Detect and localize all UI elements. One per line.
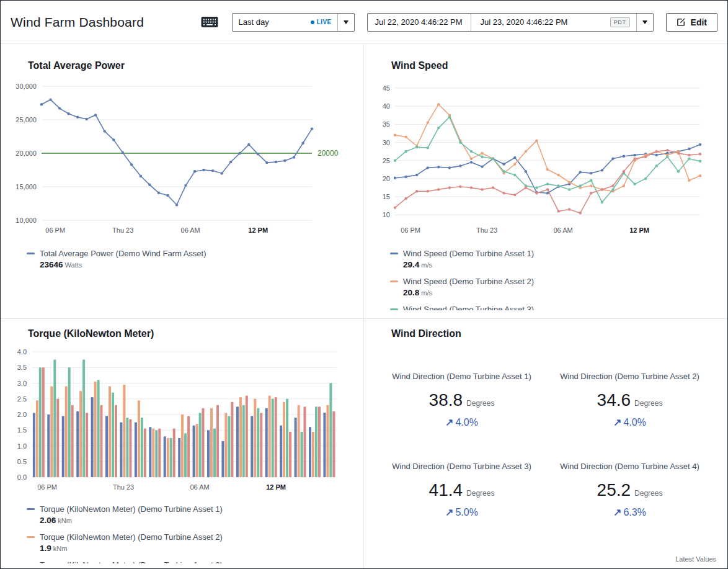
panel-total-average-power: Total Average Power 10,00015,00020,00025…	[1, 44, 364, 319]
widget-title: Wind Direction	[391, 328, 715, 339]
svg-text:40: 40	[383, 102, 390, 110]
svg-text:10,000: 10,000	[16, 217, 37, 224]
live-badge-label: LIVE	[317, 19, 332, 25]
kpi-label: Wind Direction (Demo Turbine Asset 1)	[386, 370, 538, 383]
svg-text:12 PM: 12 PM	[629, 226, 649, 234]
legend-item: Wind Speed (Demo Turbine Asset 1)29.4 m/…	[390, 248, 715, 271]
trend-up-icon: ↗	[445, 417, 453, 428]
keyboard-shortcuts-button[interactable]	[200, 15, 220, 29]
svg-text:Thu 23: Thu 23	[112, 226, 133, 234]
svg-text:4.0: 4.0	[17, 348, 27, 356]
trend-up-icon: ↗	[445, 507, 453, 517]
kpi-number: 25.2	[597, 480, 631, 500]
legend-label: Torque (KiloNewton Meter) (Demo Turbine …	[40, 503, 223, 515]
svg-text:2.0: 2.0	[17, 411, 27, 418]
keyboard-icon	[201, 16, 218, 28]
panel-wind-direction: Wind Direction Wind Direction (Demo Turb…	[364, 319, 727, 568]
widget-title: Torque (KiloNewton Meter)	[28, 328, 351, 339]
panel-torque: Torque (KiloNewton Meter) 0.00.51.01.52.…	[1, 319, 364, 568]
kpi-trend-percent: 6.3%	[623, 507, 646, 517]
legend-item: Torque (KiloNewton Meter) (Demo Turbine …	[27, 559, 351, 563]
end-date: Jul 23, 2020 4:46:22 PM	[480, 17, 567, 27]
kpi-trend: ↗4.0%	[551, 416, 709, 428]
svg-text:3.5: 3.5	[17, 364, 27, 371]
svg-text:06 AM: 06 AM	[181, 226, 200, 234]
kpi-number: 34.6	[597, 390, 631, 410]
divider	[471, 14, 471, 31]
page-title: Wind Farm Dashboard	[11, 15, 144, 30]
svg-text:Thu 23: Thu 23	[476, 226, 497, 234]
svg-text:0.5: 0.5	[17, 458, 27, 465]
live-dot-icon	[311, 20, 314, 24]
legend-color-dash	[27, 508, 35, 510]
wind-speed-chart[interactable]: 101520253035404506 PMThu 2306 AM12 PM	[376, 79, 710, 241]
wind-farm-dashboard-window: Wind Farm Dashboard Last day LIVE	[0, 0, 728, 569]
kpi-grid: Wind Direction (Demo Turbine Asset 1)38.…	[383, 370, 709, 518]
latest-values-label: Latest Values	[675, 555, 716, 563]
legend-label: Wind Speed (Demo Turbine Asset 1)	[403, 248, 534, 259]
timezone-badge: PDT	[610, 17, 630, 27]
kpi-number: 38.8	[429, 390, 463, 410]
svg-text:12 PM: 12 PM	[266, 483, 286, 491]
legend-label: Wind Speed (Demo Turbine Asset 3)	[403, 303, 534, 310]
kpi-value: 34.6Degrees	[551, 390, 709, 410]
kpi-trend: ↗5.0%	[383, 506, 541, 518]
kpi-cell: Wind Direction (Demo Turbine Asset 2)34.…	[551, 370, 709, 428]
kpi-unit: Degrees	[466, 399, 494, 408]
svg-text:20: 20	[383, 175, 390, 182]
svg-text:35: 35	[383, 120, 390, 128]
kpi-value: 25.2Degrees	[551, 480, 709, 500]
edit-button-label: Edit	[691, 17, 707, 27]
legend-list[interactable]: Total Average Power (Demo Wind Farm Asse…	[27, 248, 351, 276]
legend-color-dash	[390, 280, 398, 282]
kpi-label: Wind Direction (Demo Turbine Asset 4)	[554, 460, 706, 473]
kpi-value: 41.4Degrees	[383, 480, 541, 500]
chevron-down-icon	[637, 14, 653, 31]
kpi-number: 41.4	[429, 480, 463, 500]
kpi-label: Wind Direction (Demo Turbine Asset 2)	[554, 370, 706, 383]
kpi-trend: ↗6.3%	[551, 506, 709, 518]
svg-text:06 AM: 06 AM	[554, 226, 573, 234]
time-range-label: Last day	[239, 17, 269, 27]
edit-button[interactable]: Edit	[666, 13, 717, 32]
legend-color-dash	[390, 253, 398, 254]
kpi-value: 38.8Degrees	[383, 390, 541, 410]
dashboard-header: Wind Farm Dashboard Last day LIVE	[1, 1, 727, 44]
svg-text:20,000: 20,000	[16, 150, 37, 157]
widget-title: Total Average Power	[28, 60, 351, 71]
legend-item: Torque (KiloNewton Meter) (Demo Turbine …	[27, 503, 351, 526]
kpi-trend-percent: 4.0%	[623, 417, 646, 428]
legend-label: Wind Speed (Demo Turbine Asset 2)	[403, 276, 534, 287]
legend-list[interactable]: Torque (KiloNewton Meter) (Demo Turbine …	[27, 503, 351, 563]
svg-text:25,000: 25,000	[16, 116, 37, 123]
svg-text:0.0: 0.0	[17, 473, 27, 481]
svg-text:Thu 23: Thu 23	[113, 483, 134, 491]
legend-color-dash	[27, 536, 35, 538]
legend-label: Total Average Power (Demo Wind Farm Asse…	[40, 248, 206, 259]
edit-icon	[677, 17, 686, 27]
svg-text:06 PM: 06 PM	[401, 226, 420, 234]
legend-item: Wind Speed (Demo Turbine Asset 3)	[390, 303, 715, 310]
svg-text:06 PM: 06 PM	[45, 226, 65, 234]
kpi-cell: Wind Direction (Demo Turbine Asset 1)38.…	[383, 370, 541, 428]
widget-title: Wind Speed	[391, 60, 715, 71]
svg-text:30: 30	[383, 139, 390, 146]
chevron-down-icon	[338, 14, 354, 31]
svg-text:15,000: 15,000	[16, 183, 37, 190]
time-range-select[interactable]: Last day LIVE	[232, 13, 355, 32]
kpi-unit: Degrees	[466, 489, 494, 498]
kpi-label: Wind Direction (Demo Turbine Asset 3)	[386, 460, 538, 473]
kpi-cell: Wind Direction (Demo Turbine Asset 3)41.…	[383, 460, 541, 518]
start-date: Jul 22, 2020 4:46:22 PM	[375, 17, 463, 27]
kpi-trend-percent: 4.0%	[455, 417, 477, 428]
legend-list[interactable]: Wind Speed (Demo Turbine Asset 1)29.4 m/…	[390, 248, 715, 310]
svg-text:06 PM: 06 PM	[37, 483, 57, 491]
kpi-cell: Wind Direction (Demo Turbine Asset 4)25.…	[551, 460, 709, 518]
torque-bar-chart[interactable]: 0.00.51.01.52.02.53.03.54.006 PMThu 2306…	[13, 346, 347, 498]
svg-text:20000: 20000	[317, 149, 339, 158]
total-average-power-chart[interactable]: 10,00015,00020,00025,00030,00006 PMThu 2…	[13, 79, 347, 241]
kpi-trend-percent: 5.0%	[455, 507, 477, 517]
legend-label: Torque (KiloNewton Meter) (Demo Turbine …	[40, 531, 223, 543]
date-range-picker[interactable]: Jul 22, 2020 4:46:22 PM Jul 23, 2020 4:4…	[367, 13, 654, 32]
svg-text:15: 15	[383, 193, 390, 200]
